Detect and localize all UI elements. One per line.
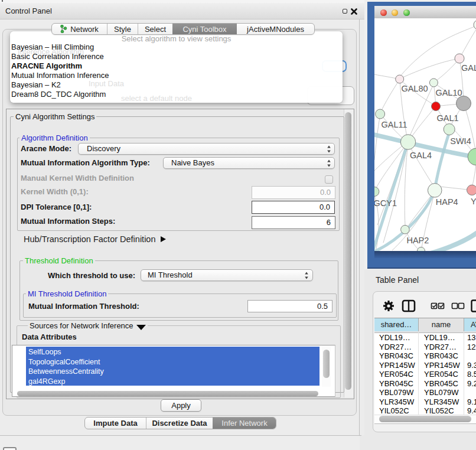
svg-text:GAL10: GAL10 <box>435 88 462 97</box>
svg-text:GAL1: GAL1 <box>436 113 458 123</box>
svg-text:GAL80: GAL80 <box>401 84 428 93</box>
svg-text:SWI4: SWI4 <box>450 136 471 146</box>
svg-text:GAL11: GAL11 <box>381 120 407 129</box>
svg-text:GAL2: GAL2 <box>461 63 476 73</box>
svg-text:HAP4: HAP4 <box>436 197 458 207</box>
svg-text:Y: Y <box>471 197 476 206</box>
svg-text:GCY1: GCY1 <box>374 198 397 208</box>
svg-text:HAP2: HAP2 <box>406 236 429 245</box>
svg-text:GAL4: GAL4 <box>410 151 432 160</box>
